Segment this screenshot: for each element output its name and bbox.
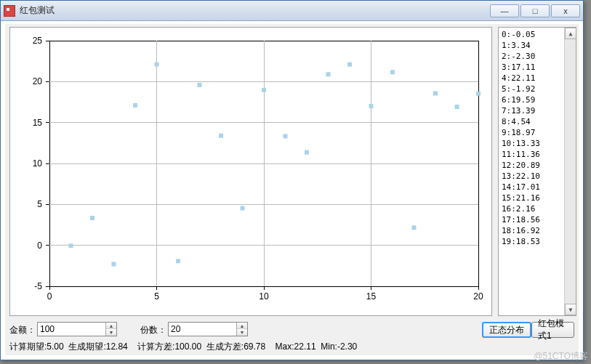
svg-rect-44 (305, 150, 309, 155)
list-item[interactable]: 3:17.11 (502, 62, 573, 73)
svg-rect-51 (455, 105, 459, 109)
amount-input[interactable] (38, 323, 105, 336)
gen-var-label: 生成方差: (206, 341, 244, 352)
list-item[interactable]: 10:13.33 (502, 138, 573, 149)
list-item[interactable]: 18:16.92 (502, 225, 573, 236)
svg-rect-38 (176, 259, 180, 263)
list-item[interactable]: 5:-1.92 (502, 84, 573, 94)
window: 红包测试 — □ x 05101520-50510152025 0:-0.051… (0, 0, 584, 360)
gen-exp-value: 12.84 (106, 341, 128, 352)
svg-text:25: 25 (33, 36, 43, 46)
amount-spin-down[interactable]: ▼ (106, 329, 116, 336)
listbox-scrollbar[interactable]: ▲ ▼ (564, 28, 576, 315)
svg-text:5: 5 (154, 291, 159, 302)
list-item[interactable]: 12:20.89 (502, 160, 573, 171)
list-content: 0:-0.051:3.342:-2.303:17.114:22.115:-1.9… (502, 29, 573, 247)
svg-rect-42 (262, 88, 266, 92)
list-item[interactable]: 8:4.54 (502, 116, 573, 127)
svg-text:0: 0 (47, 291, 52, 302)
count-spin-down[interactable]: ▼ (237, 329, 247, 336)
calc-exp-label: 计算期望: (9, 341, 47, 352)
list-item[interactable]: 14:17.01 (502, 182, 573, 193)
svg-rect-52 (476, 92, 481, 96)
window-title: 红包测试 (20, 4, 490, 17)
chart-panel: 05101520-50510152025 (9, 27, 492, 316)
gen-var-value: 69.78 (244, 341, 265, 352)
amount-spin-up[interactable]: ▲ (106, 323, 116, 329)
count-label: 份数： (140, 324, 166, 336)
list-item[interactable]: 15:21.16 (502, 193, 573, 203)
amount-numeric[interactable]: ▲ ▼ (37, 322, 117, 336)
count-spin-up[interactable]: ▲ (237, 323, 247, 329)
list-item[interactable]: 4:22.11 (502, 73, 573, 84)
scroll-up-button[interactable]: ▲ (565, 28, 576, 39)
list-item[interactable]: 17:18.56 (502, 214, 573, 225)
max-value: 22.11 (294, 341, 316, 352)
svg-rect-39 (198, 83, 202, 87)
svg-rect-46 (347, 62, 352, 67)
min-label: Min: (321, 341, 337, 352)
svg-rect-49 (412, 225, 417, 230)
svg-text:20: 20 (33, 76, 43, 86)
count-numeric[interactable]: ▲ ▼ (168, 322, 248, 336)
svg-rect-41 (241, 206, 245, 211)
svg-rect-35 (112, 262, 116, 267)
scatter-chart: 05101520-50510152025 (10, 28, 491, 315)
status-line: 计算期望:5.00 生成期望:12.84 计算方差:100.00 生成方差:69… (9, 341, 357, 353)
list-item[interactable]: 2:-2.30 (502, 51, 573, 62)
svg-text:0: 0 (37, 240, 42, 251)
normal-dist-button[interactable]: 正态分布 (482, 322, 531, 338)
gen-exp-label: 生成期望: (68, 341, 105, 352)
min-value: -2.30 (337, 341, 357, 352)
svg-rect-48 (390, 70, 395, 74)
titlebar[interactable]: 红包测试 — □ x (1, 1, 583, 21)
svg-text:10: 10 (259, 291, 269, 302)
svg-rect-45 (326, 72, 331, 76)
svg-rect-34 (90, 216, 95, 220)
svg-text:15: 15 (366, 291, 377, 302)
maximize-button[interactable]: □ (520, 4, 550, 17)
close-button[interactable]: x (551, 4, 580, 17)
list-item[interactable]: 16:2.16 (502, 203, 573, 214)
mode1-button[interactable]: 红包模式1 (531, 322, 574, 338)
calc-exp-value: 5.00 (47, 341, 63, 352)
amount-label: 金额： (9, 324, 36, 336)
list-item[interactable]: 6:19.59 (502, 94, 573, 105)
minimize-button[interactable]: — (490, 4, 519, 17)
svg-text:15: 15 (33, 118, 43, 128)
svg-text:5: 5 (37, 199, 42, 209)
list-item[interactable]: 13:22.10 (502, 171, 573, 182)
window-buttons: — □ x (490, 4, 580, 17)
watermark: @51CTO博客 (534, 350, 588, 363)
count-input[interactable] (169, 323, 236, 336)
scroll-down-button[interactable]: ▼ (565, 304, 576, 315)
svg-rect-36 (133, 103, 137, 108)
list-item[interactable]: 11:11.36 (502, 149, 573, 160)
svg-rect-40 (219, 134, 223, 138)
svg-text:10: 10 (33, 158, 43, 169)
list-item[interactable]: 7:13.39 (502, 105, 573, 116)
svg-rect-37 (155, 62, 159, 67)
client-area: 05101520-50510152025 0:-0.051:3.342:-2.3… (5, 24, 579, 355)
calc-var-value: 100.00 (174, 341, 201, 352)
list-item[interactable]: 0:-0.05 (502, 29, 573, 40)
list-item[interactable]: 9:18.97 (502, 127, 573, 138)
svg-text:-5: -5 (34, 281, 42, 291)
calc-var-label: 计算方差: (137, 341, 174, 352)
svg-rect-33 (69, 243, 73, 248)
count-spinner[interactable]: ▲ ▼ (236, 323, 247, 336)
list-item[interactable]: 1:3.34 (502, 40, 573, 51)
controls-row: 金额： ▲ ▼ 份数： ▲ ▼ 正态分布 红包模式1 计算期望:5.00 (9, 322, 574, 354)
max-label: Max: (276, 341, 294, 352)
amount-spinner[interactable]: ▲ ▼ (105, 323, 116, 336)
svg-rect-43 (284, 134, 288, 138)
list-item[interactable]: 19:18.53 (502, 236, 573, 247)
app-icon (4, 5, 15, 17)
svg-rect-47 (369, 104, 374, 108)
results-listbox[interactable]: 0:-0.051:3.342:-2.303:17.114:22.115:-1.9… (498, 27, 576, 316)
svg-rect-50 (433, 92, 438, 96)
svg-text:20: 20 (473, 291, 483, 302)
